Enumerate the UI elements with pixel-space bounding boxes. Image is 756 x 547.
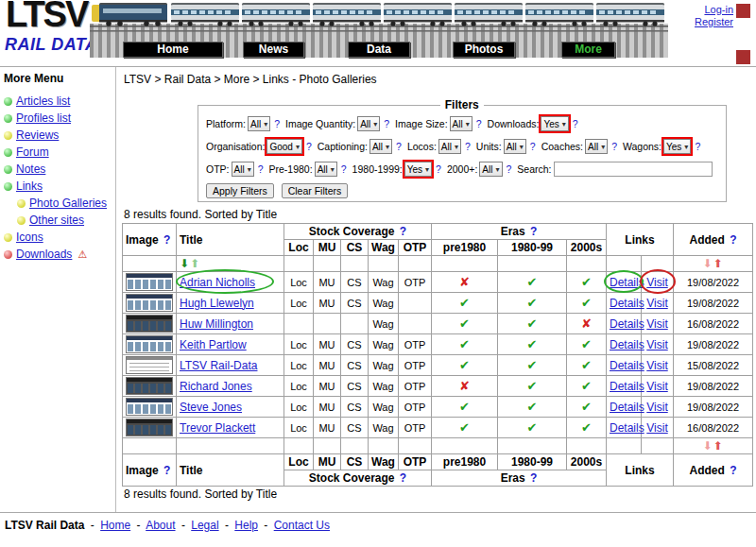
locos-select[interactable]: All▾ [438,139,461,154]
details-link[interactable]: Details [610,359,644,372]
search-input[interactable] [554,162,713,177]
sidebar-link-forum[interactable]: Forum [16,145,49,159]
details-link[interactable]: Details [610,297,644,310]
image-quantity-select[interactable]: All▾ [357,116,380,131]
sidebar-link-photo-galleries[interactable]: Photo Galleries [29,197,107,210]
gallery-title-link[interactable]: Steve Jones [180,401,242,414]
details-link[interactable]: Details [610,338,644,351]
gallery-thumbnail[interactable] [126,335,173,353]
gallery-thumbnail[interactable] [126,356,173,374]
otp-select[interactable]: All▾ [232,162,254,177]
help-link[interactable]: ? [730,464,736,477]
tab-more[interactable]: More [561,42,615,58]
register-link[interactable]: Register [675,16,733,28]
help-link[interactable]: ? [465,141,471,152]
help-link[interactable]: ? [396,141,402,152]
visit-link[interactable]: Visit [646,338,667,351]
gallery-title-link[interactable]: Huw Millington [180,317,253,331]
help-link[interactable]: ? [384,118,389,129]
sort-added-asc-icon[interactable]: ⬇ [702,439,712,453]
visit-link[interactable]: Visit [646,317,667,331]
footer-link-about[interactable]: About [146,519,175,532]
sidebar-item-photo-galleries[interactable]: Photo Galleries [17,197,112,210]
help-link[interactable]: ? [530,471,537,485]
help-link[interactable]: ? [530,225,537,238]
gallery-thumbnail[interactable] [126,398,173,416]
clear-filters-button[interactable]: Clear Filters [282,183,349,198]
2000-plus-select[interactable]: All▾ [479,162,502,177]
gallery-title-link[interactable]: Hugh Llewelyn [180,297,254,310]
sidebar-item-other-sites[interactable]: Other sites [17,214,112,227]
pre-1980-select[interactable]: All▾ [315,162,337,177]
captioning-select[interactable]: All▾ [369,139,392,154]
help-link[interactable]: ? [573,118,578,129]
help-link[interactable]: ? [341,163,347,175]
sidebar-item-icons[interactable]: Icons [4,231,112,244]
details-link[interactable]: Details [610,276,644,289]
help-link[interactable]: ? [611,141,617,152]
login-link[interactable]: Log-in [675,4,733,16]
apply-filters-button[interactable]: Apply Filters [206,183,274,198]
sidebar-item-downloads[interactable]: Downloads ⚠ [4,248,112,261]
units-select[interactable]: All▾ [504,139,526,154]
help-link[interactable]: ? [530,141,536,152]
help-link[interactable]: ? [258,163,264,175]
gallery-title-link[interactable]: Adrian Nicholls [180,276,255,289]
sort-added-desc-icon[interactable]: ⬆ [713,439,723,453]
gallery-thumbnail[interactable] [126,315,173,333]
details-link[interactable]: Details [610,421,644,435]
sidebar-link-icons[interactable]: Icons [16,231,43,244]
footer-link-help[interactable]: Help [234,519,258,532]
visit-link[interactable]: Visit [646,276,667,289]
help-link[interactable]: ? [274,118,280,129]
help-link[interactable]: ? [730,233,736,247]
organisation-select[interactable]: Good▾ [266,139,301,154]
sidebar-item-profiles-list[interactable]: Profiles list [4,111,112,125]
gallery-thumbnail[interactable] [126,294,173,312]
details-link[interactable]: Details [610,380,644,393]
sort-title-desc-icon[interactable]: ⬆ [190,257,199,270]
help-link[interactable]: ? [400,225,406,238]
visit-link[interactable]: Visit [646,359,667,372]
sidebar-item-notes[interactable]: Notes [4,162,112,176]
visit-link[interactable]: Visit [646,380,667,393]
help-link[interactable]: ? [306,141,312,152]
tab-photos[interactable]: Photos [453,42,515,58]
sidebar-link-other-sites[interactable]: Other sites [29,214,84,227]
visit-link[interactable]: Visit [646,297,667,310]
details-link[interactable]: Details [610,317,644,331]
visit-link[interactable]: Visit [646,401,667,414]
gallery-thumbnail[interactable] [126,273,173,291]
gallery-title-link[interactable]: Keith Partlow [180,338,247,351]
gallery-thumbnail[interactable] [126,419,173,436]
sidebar-item-articles-list[interactable]: Articles list [4,94,112,108]
downloads-select[interactable]: Yes▾ [541,116,568,131]
help-link[interactable]: ? [476,118,482,129]
tab-data[interactable]: Data [348,42,410,58]
gallery-title-link[interactable]: Trevor Plackett [180,421,255,435]
platform-select[interactable]: All▾ [248,116,270,131]
sidebar-link-articles-list[interactable]: Articles list [16,94,70,108]
tab-news[interactable]: News [243,42,304,58]
wagons-select[interactable]: Yes▾ [663,139,691,154]
sidebar-link-links[interactable]: Links [16,179,43,193]
help-link[interactable]: ? [436,163,441,175]
details-link[interactable]: Details [610,401,644,414]
gallery-title-link[interactable]: LTSV Rail-Data [180,359,257,372]
coaches-select[interactable]: All▾ [585,139,608,154]
help-link[interactable]: ? [163,464,170,477]
help-link[interactable]: ? [507,163,512,175]
sidebar-link-profiles-list[interactable]: Profiles list [16,111,71,125]
sidebar-item-reviews[interactable]: Reviews [4,128,112,142]
1980-1999-select[interactable]: Yes▾ [404,162,432,177]
sort-added-asc-icon[interactable]: ⬇ [702,257,712,270]
footer-link-home[interactable]: Home [100,519,130,532]
sidebar-link-downloads[interactable]: Downloads [16,248,72,261]
gallery-title-link[interactable]: Richard Jones [180,380,252,393]
sidebar-link-notes[interactable]: Notes [16,162,45,176]
help-link[interactable]: ? [695,141,700,152]
gallery-thumbnail[interactable] [126,377,173,395]
footer-link-legal[interactable]: Legal [191,519,218,532]
help-link[interactable]: ? [163,233,170,247]
help-link[interactable]: ? [400,471,406,485]
